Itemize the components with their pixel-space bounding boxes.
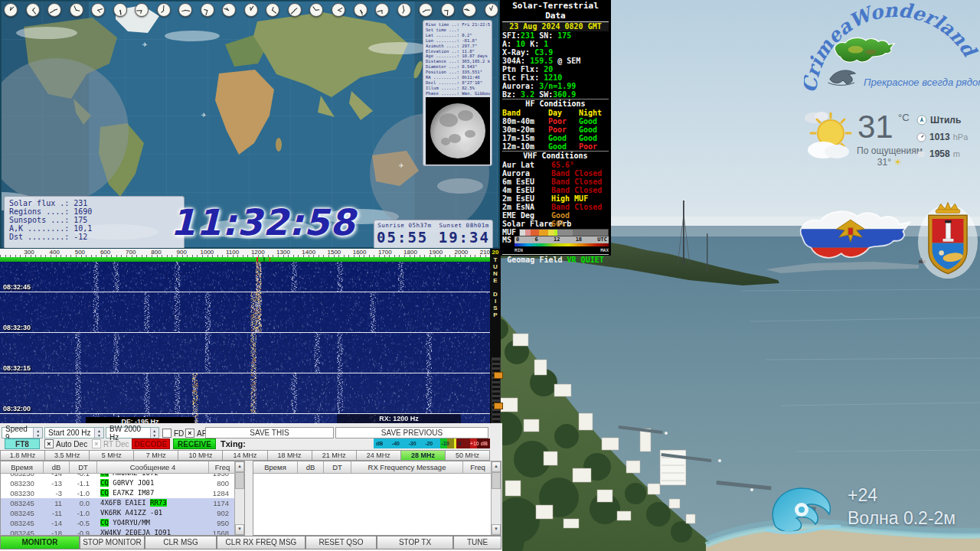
world-clock-icon	[309, 3, 323, 17]
moon-info-line: Phase ......: Wan. Gibbous	[426, 91, 490, 96]
column-header[interactable]: Freq	[463, 461, 493, 474]
band-button-50mhz[interactable]: 50 MHz	[446, 450, 490, 461]
sea-widget: +24 Волна 0.2-2м	[762, 481, 961, 538]
world-clock-icon	[354, 3, 368, 17]
fd-checkbox-box[interactable]	[162, 429, 172, 438]
muf-bar	[519, 229, 609, 236]
slider-handle-1[interactable]	[494, 372, 503, 379]
band-button-7mhz[interactable]: 7 MHz	[134, 450, 178, 461]
decode-row[interactable]: 083245-11-1.0VK6RK A41ZZ -01902	[1, 508, 244, 518]
world-clock-icon	[135, 3, 149, 17]
waterfall-side-controls[interactable]: 20 T U N E D I S P	[490, 249, 501, 452]
vhf-condition-row: 4m EsEUBand Closed	[502, 186, 609, 194]
bandwidth-stepper[interactable]: BW 2000 Hz▲▼	[106, 427, 159, 439]
moon-data-rows: Rise time ..: Fri 21:22:53Set time ...:L…	[426, 22, 490, 96]
decode-button[interactable]: DECODE	[132, 439, 170, 449]
af-checkbox-box[interactable]: ×	[185, 429, 194, 438]
af-checkbox[interactable]: ×AF	[185, 429, 207, 438]
column-header[interactable]: dB	[298, 461, 324, 474]
solar-info-line: Regions ....: 1690	[9, 207, 179, 216]
band-button-24mhz[interactable]: 24 MHz	[357, 450, 401, 461]
solar-info-line: Dst ........: -12	[9, 233, 179, 241]
monitor-button[interactable]: MONITOR	[0, 536, 80, 549]
stop-monitor-button[interactable]: STOP MONITOR	[80, 536, 145, 549]
decode-row[interactable]: 083245-18-0.9XW4KV 2E0EJA IO911568	[1, 528, 244, 535]
column-header[interactable]: DT	[70, 461, 97, 474]
decode-row[interactable]: 083230-3-1.0CQ EA7KZ IM871284	[1, 488, 244, 498]
stream-frame: CrimeaWonderland Прекрасное всегда рядом…	[0, 0, 980, 551]
antenna-mast	[707, 233, 707, 272]
solar-info-line: A,K ........: 10,1	[9, 224, 179, 233]
clr-msg-button[interactable]: CLR MSG	[145, 536, 217, 549]
table-scrollbar[interactable]: ▲▼	[491, 461, 501, 535]
fd-label: FD	[174, 429, 184, 438]
txing-label: Txing:	[220, 439, 246, 448]
column-header[interactable]: dB	[44, 461, 70, 474]
auto-dec-checkbox[interactable]: ×Auto Dec	[44, 439, 87, 448]
save-previous-button[interactable]: SAVE PREVIOUS	[335, 427, 488, 439]
solar-data-line: X-Ray: C3.9	[502, 48, 609, 57]
world-clock-icon	[4, 3, 18, 17]
column-header[interactable]: Время	[1, 461, 44, 474]
band-button-5mhz[interactable]: 5 MHz	[90, 450, 134, 461]
vhf-condition-row: 2m EsNABand Closed	[502, 203, 609, 211]
column-header[interactable]: DT	[324, 461, 351, 474]
band-button-3.5mhz[interactable]: 3.5 MHz	[45, 450, 90, 461]
meter-tick-label: -10	[442, 441, 449, 446]
tune-disp-label: T U N E D I S P	[490, 256, 501, 318]
slider-handle-2[interactable]	[494, 403, 503, 409]
band-button-28mhz[interactable]: 28 MHz	[401, 450, 446, 461]
fd-checkbox[interactable]: FD	[162, 429, 184, 438]
pressure-unit: hPa	[953, 132, 969, 142]
solar-data-line: SFI:231 SN: 175	[502, 31, 609, 40]
save-this-button[interactable]: SAVE THIS	[205, 427, 334, 439]
reset-qso-button[interactable]: RESET QSO	[305, 536, 377, 549]
mode-ft8-button[interactable]: FT8	[5, 439, 40, 449]
stop-tx-button[interactable]: STOP TX	[377, 536, 453, 549]
wind-compass-icon	[916, 115, 927, 126]
wind-row: Штиль	[916, 112, 976, 129]
waterfall-canvas[interactable]	[0, 262, 490, 425]
band-button-18mhz[interactable]: 18 MHz	[268, 450, 312, 461]
decode-row[interactable]: 083245110.04X6FB EA1EI RR731174	[1, 498, 244, 508]
receive-button[interactable]: RECEIVE	[173, 439, 216, 449]
solar-data-line: 304A: 159.5 @ SEM	[502, 57, 609, 65]
world-clock-icon	[157, 3, 171, 17]
decode-row[interactable]: 083245-14-0.5CQ YO4RYU/MM950	[1, 518, 244, 528]
band-button-1.8mhz[interactable]: 1.8 MHz	[0, 450, 45, 461]
world-clock-icon	[485, 3, 498, 17]
solar-data-line: Ptn Flx: 20	[502, 65, 609, 73]
wind-value: Штиль	[930, 115, 961, 126]
rt-dec-checkbox[interactable]: ×RT Dec	[92, 439, 129, 448]
decode-row[interactable]: 083230-13-1.1CQ G0RVY JO01800	[1, 478, 244, 488]
waterfall-timestamp: 08:32:00	[3, 405, 31, 412]
moon-info-line: Elevation ..: 11.0°	[426, 49, 490, 54]
table-scrollbar[interactable]: ▲▼	[234, 461, 244, 535]
column-header[interactable]: Freq	[209, 461, 237, 474]
clr-rx-freq-msg-button[interactable]: CLR RX FREQ MSG	[217, 536, 305, 549]
hf-band-row: 80m-40mPoorGood	[502, 117, 609, 126]
auto-dec-box[interactable]: ×	[44, 439, 54, 448]
sun-times-box: Sunrise 05h37m Sunset 08h01m 05:55 19:34	[374, 220, 493, 249]
band-button-21mhz[interactable]: 21 MHz	[312, 450, 357, 461]
band-button-14mhz[interactable]: 14 MHz	[223, 450, 267, 461]
hf-condition-rows: 80m-40mPoorGood30m-20mPoorGood17m-15mGoo…	[502, 117, 609, 151]
column-header[interactable]: Сообщение 4	[97, 461, 209, 474]
dolphin-icon	[828, 70, 856, 85]
waterfall-display[interactable]: 08:32:4508:32:3008:32:1508:32:00	[0, 262, 490, 425]
moon-info-line: Azimuth ....: 297.7°	[426, 44, 490, 49]
column-header[interactable]: Время	[253, 461, 298, 474]
gain-slider[interactable]	[492, 357, 501, 428]
logo-tagline: Прекрасное всегда рядом	[864, 77, 980, 88]
meter-tick-label: 0	[458, 441, 461, 446]
start-freq-stepper[interactable]: Start 200 Hz▲▼	[44, 427, 104, 439]
rt-dec-box[interactable]: ×	[92, 439, 101, 448]
speed-stepper[interactable]: Speed 9▲▼	[2, 427, 43, 439]
tune-button[interactable]: TUNE	[453, 536, 501, 549]
column-header[interactable]: RX Frequency Message	[351, 461, 463, 474]
solar-data-lines: SFI:231 SN: 175A: 10 K: 1X-Ray: C3.9304A…	[502, 31, 609, 99]
world-clock-icon	[91, 3, 105, 17]
hf-band-row: 12m-10mGoodPoor	[502, 142, 609, 151]
band-button-10mhz[interactable]: 10 MHz	[178, 450, 223, 461]
ms-row: MS 061218UTC MIN MAX	[502, 236, 609, 253]
